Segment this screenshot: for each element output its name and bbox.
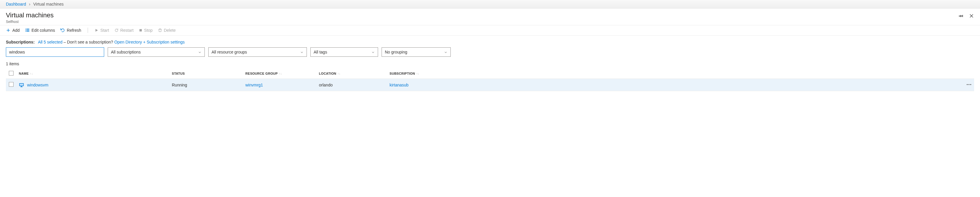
delete-button[interactable]: Delete — [158, 28, 176, 33]
select-all-checkbox[interactable] — [9, 71, 14, 76]
column-header-actions — [956, 68, 974, 79]
vm-location: orlando — [317, 79, 387, 91]
chevron-down-icon — [198, 50, 202, 54]
chevron-down-icon — [371, 50, 375, 54]
column-header-name[interactable]: Name↑↓ — [16, 68, 169, 79]
page-title: Virtual machines — [6, 11, 54, 19]
tags-dropdown-label: All tags — [313, 50, 327, 54]
toolbar-separator — [88, 28, 88, 33]
vm-table: Name↑↓ Status Resource Group↑↓ Location↑… — [6, 68, 974, 91]
add-label: Add — [12, 28, 20, 33]
column-subscription-label: Subscription — [390, 72, 415, 75]
page-subtitle: Selfhost — [6, 20, 54, 24]
vm-name-link[interactable]: windowsvm — [27, 83, 48, 87]
svg-rect-4 — [25, 29, 26, 29]
table-row[interactable]: windowsvm Running winvmrg1 orlando kirta… — [6, 79, 974, 91]
restart-icon — [115, 28, 119, 32]
resource-group-dropdown-label: All resource groups — [212, 50, 247, 54]
chevron-down-icon — [300, 50, 304, 54]
resource-group-link[interactable]: winvmrg1 — [245, 83, 263, 87]
directory-settings-link[interactable]: Open Directory + Subscription settings — [114, 40, 185, 44]
svg-rect-6 — [25, 30, 26, 30]
subscriptions-hint: – Don't see a subscription? — [64, 40, 114, 44]
svg-rect-14 — [21, 86, 22, 87]
breadcrumb-separator: › — [29, 2, 30, 6]
svg-rect-8 — [25, 31, 26, 32]
column-status-label: Status — [172, 72, 185, 75]
subscription-dropdown[interactable]: All subscriptions — [108, 47, 205, 57]
sort-icon: ↑↓ — [337, 72, 341, 75]
trash-icon — [158, 28, 162, 32]
subscriptions-label: Subscriptions: — [6, 40, 35, 44]
edit-columns-label: Edit columns — [32, 28, 55, 33]
delete-label: Delete — [164, 28, 176, 33]
breadcrumb: Dashboard › Virtual machines — [0, 0, 980, 8]
start-label: Start — [100, 28, 109, 33]
plus-icon — [6, 28, 11, 33]
refresh-icon — [60, 28, 65, 33]
refresh-label: Refresh — [67, 28, 81, 33]
svg-rect-15 — [20, 87, 23, 87]
breadcrumb-current: Virtual machines — [33, 2, 64, 6]
edit-columns-button[interactable]: Edit columns — [25, 28, 55, 33]
column-header-subscription[interactable]: Subscription↑↓ — [387, 68, 956, 79]
subscriptions-selected-link[interactable]: All 5 selected — [38, 40, 62, 44]
columns-icon — [25, 28, 30, 33]
svg-rect-11 — [140, 29, 142, 32]
svg-rect-7 — [27, 30, 29, 30]
header-checkbox-cell — [6, 68, 16, 79]
pin-icon — [958, 13, 964, 19]
close-icon — [969, 13, 974, 19]
chevron-down-icon — [444, 50, 447, 54]
breadcrumb-root-link[interactable]: Dashboard — [6, 2, 26, 6]
add-button[interactable]: Add — [6, 28, 20, 33]
vm-status: Running — [169, 79, 243, 91]
svg-marker-10 — [95, 29, 98, 32]
filter-bar: Subscriptions: All 5 selected – Don't se… — [0, 36, 980, 59]
pin-button[interactable] — [958, 13, 964, 19]
svg-rect-9 — [27, 31, 29, 32]
subscriptions-text: Subscriptions: All 5 selected – Don't se… — [6, 40, 974, 44]
column-name-label: Name — [19, 72, 29, 75]
restart-label: Restart — [120, 28, 134, 33]
column-location-label: Location — [319, 72, 336, 75]
search-input[interactable] — [6, 47, 104, 57]
resource-group-dropdown[interactable]: All resource groups — [208, 47, 307, 57]
svg-rect-5 — [27, 29, 29, 29]
close-button[interactable] — [969, 13, 974, 19]
column-header-resource-group[interactable]: Resource Group↑↓ — [243, 68, 317, 79]
sort-icon: ↑↓ — [30, 72, 33, 75]
stop-icon — [139, 29, 142, 32]
grouping-dropdown[interactable]: No grouping — [382, 47, 451, 57]
page-header: Virtual machines Selfhost — [0, 8, 980, 25]
vm-table-wrap: Name↑↓ Status Resource Group↑↓ Location↑… — [0, 68, 980, 97]
column-header-status[interactable]: Status — [169, 68, 243, 79]
column-rg-label: Resource Group — [245, 72, 278, 75]
items-count: 1 items — [0, 59, 980, 68]
start-button[interactable]: Start — [94, 28, 109, 33]
subscription-link[interactable]: kirtanasub — [390, 83, 409, 87]
tags-dropdown[interactable]: All tags — [310, 47, 378, 57]
svg-rect-13 — [20, 84, 23, 86]
vm-icon — [19, 82, 24, 87]
subscription-dropdown-label: All subscriptions — [111, 50, 141, 54]
restart-button[interactable]: Restart — [115, 28, 134, 33]
column-header-location[interactable]: Location↑↓ — [317, 68, 387, 79]
refresh-button[interactable]: Refresh — [60, 28, 81, 33]
sort-icon: ↑↓ — [279, 72, 282, 75]
toolbar: Add Edit columns Refresh Start Restart S… — [0, 25, 980, 36]
play-icon — [94, 28, 99, 32]
row-checkbox[interactable] — [9, 82, 14, 87]
grouping-dropdown-label: No grouping — [385, 50, 407, 54]
sort-icon: ↑↓ — [416, 72, 420, 75]
stop-label: Stop — [144, 28, 153, 33]
row-more-button[interactable]: ··· — [956, 79, 974, 91]
stop-button[interactable]: Stop — [139, 28, 153, 33]
